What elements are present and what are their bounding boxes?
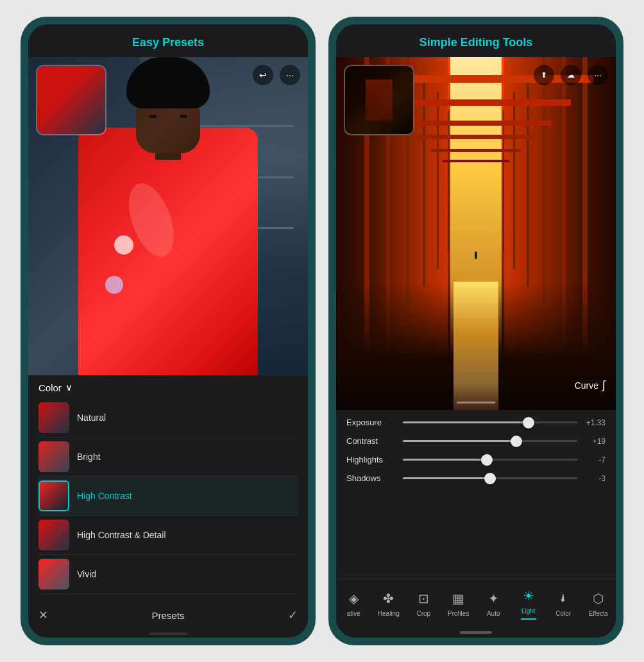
tool-healing[interactable]: ✤ Healing xyxy=(371,586,407,621)
tool-light[interactable]: ☀ Light xyxy=(511,583,547,624)
more-options-button[interactable]: ··· xyxy=(588,65,608,85)
photo-area-right: Curve ∫ ⬆ ☁ ··· xyxy=(336,57,616,410)
list-item[interactable]: Bright xyxy=(38,437,298,477)
preset-name-bright: Bright xyxy=(77,452,101,462)
effects-icon: ⬡ xyxy=(589,590,607,607)
home-indicator xyxy=(149,632,187,635)
contrast-slider[interactable] xyxy=(403,440,577,442)
highlights-label: Highlights xyxy=(346,455,398,464)
presets-section: Color ∨ Natural Bright High Contrast Hig… xyxy=(28,375,308,600)
bottom-toolbar: ◈ ative ✤ Healing ⊡ Crop ▦ Profiles ✦ Au… xyxy=(336,579,616,627)
tool-label-auto: Auto xyxy=(487,610,500,617)
contrast-row: Contrast +19 xyxy=(346,436,606,446)
exposure-row: Exposure +1.33 xyxy=(346,418,606,427)
left-screen: Easy Presets xyxy=(28,24,308,638)
left-title: Easy Presets xyxy=(28,24,308,57)
tool-label-effects: Effects xyxy=(589,610,608,617)
contrast-value: +19 xyxy=(582,437,606,446)
highlights-value: -7 xyxy=(582,455,606,464)
thumbnail-overlay-left xyxy=(36,65,106,135)
presets-category: Color xyxy=(38,382,62,393)
curve-icon: ∫ xyxy=(602,378,606,392)
preset-thumbnail xyxy=(38,520,69,550)
tool-label-light: Light xyxy=(521,607,536,615)
preset-name-hcd: High Contrast & Detail xyxy=(77,530,166,540)
home-indicator-right xyxy=(460,631,492,634)
tool-label-adaptive: ative xyxy=(347,610,360,617)
more-button[interactable]: ··· xyxy=(280,65,300,85)
light-icon: ☀ xyxy=(520,587,538,605)
preset-thumbnail-active xyxy=(38,480,69,511)
right-screen: Simple Editing Tools xyxy=(336,24,616,638)
shadows-slider[interactable] xyxy=(403,477,577,479)
tool-label-color: Color xyxy=(555,610,571,617)
presets-header[interactable]: Color ∨ xyxy=(38,382,298,393)
tool-profiles[interactable]: ▦ Profiles xyxy=(441,586,477,621)
tool-adaptive[interactable]: ◈ ative xyxy=(336,586,371,621)
highlights-row: Highlights -7 xyxy=(346,455,606,464)
cloud-button[interactable]: ☁ xyxy=(561,65,581,85)
list-item[interactable]: Natural xyxy=(38,398,298,437)
right-phone: Simple Editing Tools xyxy=(328,17,623,645)
list-item[interactable]: High Contrast & Detail xyxy=(38,516,298,555)
exposure-label: Exposure xyxy=(346,418,398,427)
confirm-button[interactable]: ✓ xyxy=(288,608,298,622)
presets-bottom-bar: ✕ Presets ✓ xyxy=(28,600,308,630)
share-button[interactable]: ⬆ xyxy=(534,65,554,85)
shadows-label: Shadows xyxy=(346,473,398,483)
preset-name-vivid: Vivid xyxy=(77,569,96,579)
preset-name-high-contrast: High Contrast xyxy=(77,491,132,501)
right-photo-controls: ⬆ ☁ ··· xyxy=(534,65,608,85)
curve-label: Curve ∫ xyxy=(575,378,606,392)
preset-thumbnail xyxy=(38,402,69,433)
tool-label-healing: Healing xyxy=(378,610,400,617)
scroll-indicator xyxy=(457,402,495,403)
adaptive-icon: ◈ xyxy=(344,590,362,607)
photo-controls: ↩ ··· xyxy=(253,65,300,85)
thumbnail-overlay-right xyxy=(344,65,414,135)
tool-label-profiles: Profiles xyxy=(448,610,469,617)
chevron-down-icon: ∨ xyxy=(65,382,72,393)
shadows-row: Shadows -3 xyxy=(346,473,606,483)
person-hair xyxy=(126,57,210,108)
preset-name-natural: Natural xyxy=(77,412,106,423)
person-jacket xyxy=(78,128,258,375)
list-item[interactable]: High Contrast xyxy=(38,477,298,516)
contrast-label: Contrast xyxy=(346,436,398,446)
editing-section: Exposure +1.33 Contrast +19 Highlights xyxy=(336,410,616,579)
presets-label: Presets xyxy=(152,610,185,621)
exposure-value: +1.33 xyxy=(582,418,606,427)
color-icon: 🌡 xyxy=(554,590,572,607)
preset-thumbnail xyxy=(38,441,69,472)
path-figure xyxy=(475,251,477,259)
tool-effects[interactable]: ⬡ Effects xyxy=(581,586,616,621)
healing-icon: ✤ xyxy=(380,590,398,607)
list-item[interactable]: Vivid xyxy=(38,555,298,594)
preset-thumbnail xyxy=(38,559,69,590)
undo-button[interactable]: ↩ xyxy=(253,65,273,85)
auto-icon: ✦ xyxy=(484,590,502,607)
exposure-slider[interactable] xyxy=(403,421,577,423)
tool-color[interactable]: 🌡 Color xyxy=(546,586,581,621)
tool-label-crop: Crop xyxy=(416,610,430,617)
left-phone: Easy Presets xyxy=(21,17,316,645)
profiles-icon: ▦ xyxy=(450,590,468,607)
tool-auto[interactable]: ✦ Auto xyxy=(476,586,511,621)
highlights-slider[interactable] xyxy=(403,459,577,461)
cancel-button[interactable]: ✕ xyxy=(38,608,48,622)
shadows-value: -3 xyxy=(582,474,606,483)
photo-area-left: ↩ ··· xyxy=(28,57,308,375)
tool-crop[interactable]: ⊡ Crop xyxy=(406,586,441,621)
crop-icon: ⊡ xyxy=(414,590,432,607)
right-title: Simple Editing Tools xyxy=(336,24,616,57)
